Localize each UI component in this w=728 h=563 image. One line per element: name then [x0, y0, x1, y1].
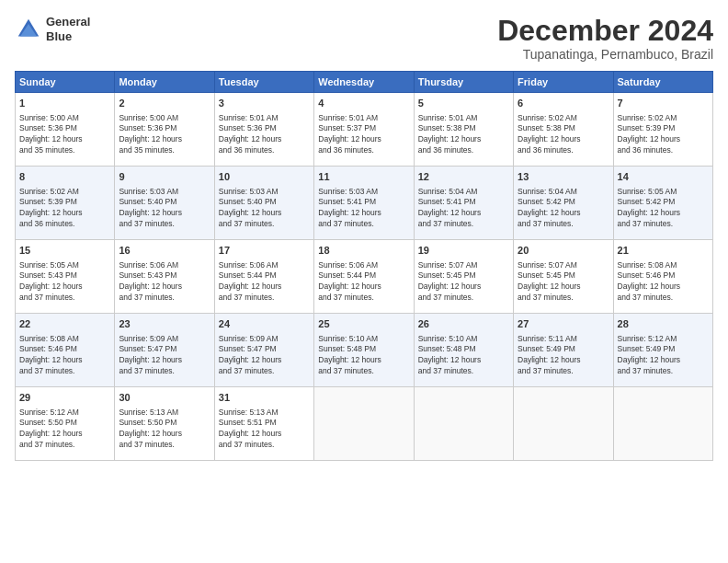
- calendar-cell: 25Sunrise: 5:10 AMSunset: 5:48 PMDayligh…: [314, 314, 414, 387]
- header-cell-tuesday: Tuesday: [214, 72, 313, 93]
- header-cell-saturday: Saturday: [613, 72, 712, 93]
- day-info-line: Sunrise: 5:11 AM: [518, 334, 609, 345]
- day-info-line: Sunrise: 5:08 AM: [618, 260, 709, 271]
- day-info-line: Daylight: 12 hours: [618, 355, 709, 366]
- calendar-cell: 16Sunrise: 5:06 AMSunset: 5:43 PMDayligh…: [115, 240, 214, 314]
- day-info-line: Sunset: 5:47 PM: [119, 344, 210, 355]
- day-info-line: Daylight: 12 hours: [418, 355, 509, 366]
- day-info-line: Sunset: 5:40 PM: [119, 197, 210, 208]
- day-info-line: Daylight: 12 hours: [19, 282, 110, 293]
- day-number: 3: [219, 97, 310, 110]
- calendar-cell: 19Sunrise: 5:07 AMSunset: 5:45 PMDayligh…: [414, 240, 513, 314]
- day-info-line: Sunset: 5:38 PM: [518, 123, 609, 134]
- day-info-line: and 36 minutes.: [618, 145, 709, 156]
- day-info-line: Sunset: 5:40 PM: [219, 197, 310, 208]
- day-info-line: Sunset: 5:49 PM: [618, 344, 709, 355]
- calendar-cell: 28Sunrise: 5:12 AMSunset: 5:49 PMDayligh…: [613, 314, 712, 387]
- day-info-line: Sunset: 5:48 PM: [318, 344, 409, 355]
- day-info-line: Sunrise: 5:12 AM: [618, 334, 709, 345]
- day-info-line: Sunset: 5:47 PM: [219, 344, 310, 355]
- day-info-line: Daylight: 12 hours: [618, 208, 709, 219]
- day-info-line: Sunrise: 5:07 AM: [518, 260, 609, 271]
- day-info-line: and 37 minutes.: [518, 293, 609, 304]
- calendar-week-1: 1Sunrise: 5:00 AMSunset: 5:36 PMDaylight…: [16, 93, 713, 167]
- day-info-line: and 36 minutes.: [219, 145, 310, 156]
- day-info-line: Daylight: 12 hours: [518, 134, 609, 145]
- calendar-cell: 2Sunrise: 5:00 AMSunset: 5:36 PMDaylight…: [115, 93, 214, 167]
- calendar-cell: [314, 387, 414, 461]
- day-info-line: Daylight: 12 hours: [19, 355, 110, 366]
- day-info-line: Daylight: 12 hours: [518, 282, 609, 293]
- day-number: 7: [618, 97, 709, 110]
- day-info-line: Sunset: 5:48 PM: [418, 344, 509, 355]
- location-subtitle: Tupanatinga, Pernambuco, Brazil: [497, 47, 713, 62]
- day-info-line: Daylight: 12 hours: [119, 134, 210, 145]
- day-info-line: Daylight: 12 hours: [219, 134, 310, 145]
- day-info-line: and 37 minutes.: [418, 293, 509, 304]
- day-info-line: Daylight: 12 hours: [219, 429, 310, 440]
- calendar-cell: 15Sunrise: 5:05 AMSunset: 5:43 PMDayligh…: [16, 240, 115, 314]
- day-info-line: and 37 minutes.: [219, 293, 310, 304]
- day-info-line: Sunrise: 5:02 AM: [618, 113, 709, 124]
- calendar-week-5: 29Sunrise: 5:12 AMSunset: 5:50 PMDayligh…: [16, 387, 713, 461]
- calendar-cell: [414, 387, 513, 461]
- day-number: 18: [318, 244, 409, 258]
- day-info-line: Sunrise: 5:12 AM: [19, 408, 110, 419]
- day-info-line: and 37 minutes.: [318, 293, 409, 304]
- day-info-line: Sunset: 5:45 PM: [518, 270, 609, 282]
- day-info-line: Sunset: 5:42 PM: [518, 197, 609, 208]
- day-info-line: Daylight: 12 hours: [119, 282, 210, 293]
- day-number: 30: [119, 391, 210, 405]
- calendar-cell: 30Sunrise: 5:13 AMSunset: 5:50 PMDayligh…: [115, 387, 214, 461]
- calendar-cell: 14Sunrise: 5:05 AMSunset: 5:42 PMDayligh…: [613, 167, 712, 240]
- day-info-line: Sunset: 5:41 PM: [318, 197, 409, 208]
- day-number: 4: [318, 97, 409, 110]
- day-number: 2: [119, 97, 210, 110]
- day-info-line: and 37 minutes.: [518, 219, 609, 230]
- day-info-line: and 35 minutes.: [119, 145, 210, 156]
- logo-text: General Blue: [46, 15, 90, 43]
- day-info-line: and 37 minutes.: [119, 219, 210, 230]
- calendar-cell: 21Sunrise: 5:08 AMSunset: 5:46 PMDayligh…: [613, 240, 712, 314]
- day-number: 12: [418, 170, 509, 184]
- day-info-line: and 37 minutes.: [219, 219, 310, 230]
- day-number: 20: [518, 244, 609, 258]
- calendar-cell: 27Sunrise: 5:11 AMSunset: 5:49 PMDayligh…: [514, 314, 613, 387]
- day-info-line: and 37 minutes.: [418, 366, 509, 377]
- day-number: 27: [518, 317, 609, 331]
- day-info-line: and 36 minutes.: [318, 145, 409, 156]
- day-info-line: Sunrise: 5:02 AM: [19, 187, 110, 198]
- day-info-line: Daylight: 12 hours: [618, 282, 709, 293]
- day-info-line: Daylight: 12 hours: [518, 355, 609, 366]
- day-info-line: and 37 minutes.: [618, 293, 709, 304]
- calendar-cell: 31Sunrise: 5:13 AMSunset: 5:51 PMDayligh…: [214, 387, 313, 461]
- day-info-line: Sunset: 5:41 PM: [418, 197, 509, 208]
- calendar-cell: 3Sunrise: 5:01 AMSunset: 5:36 PMDaylight…: [214, 93, 313, 167]
- day-info-line: Sunset: 5:44 PM: [219, 270, 310, 282]
- day-info-line: Daylight: 12 hours: [19, 134, 110, 145]
- day-info-line: Sunset: 5:46 PM: [618, 270, 709, 282]
- day-info-line: and 37 minutes.: [618, 366, 709, 377]
- day-info-line: Sunset: 5:45 PM: [418, 270, 509, 282]
- day-info-line: and 37 minutes.: [219, 366, 310, 377]
- day-info-line: Sunrise: 5:01 AM: [418, 113, 509, 124]
- day-info-line: Sunrise: 5:06 AM: [119, 260, 210, 271]
- day-info-line: and 37 minutes.: [19, 440, 110, 451]
- calendar-cell: 5Sunrise: 5:01 AMSunset: 5:38 PMDaylight…: [414, 93, 513, 167]
- day-info-line: Daylight: 12 hours: [119, 429, 210, 440]
- calendar-week-3: 15Sunrise: 5:05 AMSunset: 5:43 PMDayligh…: [16, 240, 713, 314]
- header-cell-thursday: Thursday: [414, 72, 513, 93]
- calendar-cell: 10Sunrise: 5:03 AMSunset: 5:40 PMDayligh…: [214, 167, 313, 240]
- day-info-line: and 37 minutes.: [119, 366, 210, 377]
- logo-line1: General: [46, 15, 90, 29]
- header-cell-wednesday: Wednesday: [314, 72, 414, 93]
- calendar-cell: 4Sunrise: 5:01 AMSunset: 5:37 PMDaylight…: [314, 93, 414, 167]
- day-info-line: Sunrise: 5:09 AM: [119, 334, 210, 345]
- day-info-line: and 37 minutes.: [19, 293, 110, 304]
- day-info-line: Sunrise: 5:09 AM: [219, 334, 310, 345]
- day-info-line: Daylight: 12 hours: [618, 134, 709, 145]
- calendar-cell: 18Sunrise: 5:06 AMSunset: 5:44 PMDayligh…: [314, 240, 414, 314]
- day-info-line: Daylight: 12 hours: [219, 208, 310, 219]
- day-info-line: Sunrise: 5:10 AM: [318, 334, 409, 345]
- day-info-line: Daylight: 12 hours: [219, 282, 310, 293]
